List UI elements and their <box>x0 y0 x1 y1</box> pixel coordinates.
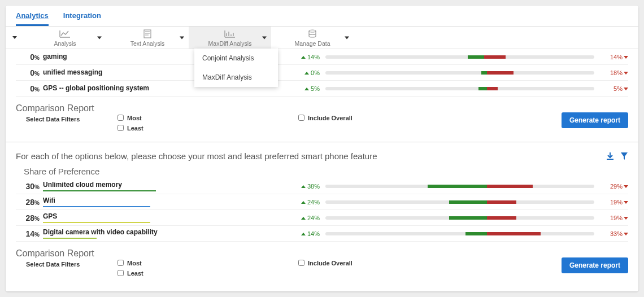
green-change: 14% <box>286 54 320 60</box>
generate-report-button[interactable]: Generate report <box>562 257 628 273</box>
red-change: 14% <box>600 54 628 60</box>
tab-integration[interactable]: Integration <box>63 8 101 26</box>
bar-chart <box>320 55 600 59</box>
tool-label: Text Analysis <box>130 40 165 47</box>
tool-manage-data[interactable]: Manage Data <box>271 27 354 49</box>
green-change: 38% <box>286 183 320 190</box>
item-name: Wifi <box>43 196 55 206</box>
table-row: 28%Wifi24%19% <box>16 194 628 210</box>
checkbox-most[interactable]: Most <box>118 260 298 267</box>
green-change: 0% <box>286 69 320 76</box>
item-name: unified messaging <box>43 68 102 77</box>
select-filters-label: Select Data Filters <box>16 261 118 268</box>
svg-rect-2 <box>607 159 613 160</box>
percentage: 0% <box>16 53 43 62</box>
toolbar-caret-left[interactable] <box>6 27 24 49</box>
document-icon <box>141 29 154 39</box>
bar-chart <box>320 232 600 235</box>
bar-chart <box>320 87 600 90</box>
red-change: 19% <box>600 199 628 206</box>
comparison-report-title: Comparison Report <box>16 248 118 259</box>
red-change: 18% <box>600 69 628 76</box>
table-row: 28%GPS24%19% <box>16 210 628 226</box>
svg-point-1 <box>309 30 316 32</box>
red-change: 29% <box>600 183 628 190</box>
percentage: 0% <box>16 84 43 93</box>
database-icon <box>306 29 319 39</box>
tool-maxdiff[interactable]: MaxDiff Analysis <box>189 27 271 49</box>
chart-line-icon <box>58 29 72 39</box>
checkbox-most[interactable]: Most <box>118 115 298 121</box>
bar-chart <box>320 200 600 204</box>
item-name: Unlimited cloud memory <box>43 181 122 190</box>
bar-chart <box>320 216 600 220</box>
percentage: 28% <box>16 198 43 207</box>
dropdown-maxdiff[interactable]: MaxDiff Analysis <box>194 68 278 87</box>
green-change: 24% <box>286 199 320 206</box>
item-name: Digital camera with video capability <box>43 228 158 237</box>
green-change: 14% <box>286 230 320 237</box>
bar-chart <box>320 185 600 188</box>
tool-label: Manage Data <box>294 40 330 47</box>
tab-analytics[interactable]: Analytics <box>16 8 49 26</box>
checkbox-include-overall[interactable]: Include Overall <box>298 260 353 267</box>
red-change: 5% <box>600 85 628 92</box>
item-name: gaming <box>43 53 67 62</box>
green-change: 24% <box>286 215 320 221</box>
tool-label: Analysis <box>54 40 76 47</box>
table-row: 14%Digital camera with video capability1… <box>16 226 628 242</box>
filter-icon[interactable] <box>620 152 628 161</box>
green-change: 5% <box>286 85 320 92</box>
svg-rect-0 <box>144 30 151 38</box>
table-row: 30%Unlimited cloud memory38%29% <box>16 178 628 194</box>
table-row: 0%gaming14%14% <box>16 49 628 65</box>
table-row: 0%unified messaging0%18% <box>16 65 628 81</box>
question-title: For each of the options below, please ch… <box>16 151 606 161</box>
item-name: GPS -- global positioning system <box>43 84 149 93</box>
bar-chart-icon <box>223 29 237 39</box>
tool-label: MaxDiff Analysis <box>208 40 252 47</box>
tool-text-analysis[interactable]: Text Analysis <box>106 27 189 49</box>
table-row: 0%GPS -- global positioning system5%5% <box>16 81 628 97</box>
percentage: 28% <box>16 213 43 222</box>
percentage: 30% <box>16 182 43 191</box>
checkbox-include-overall[interactable]: Include Overall <box>298 115 353 121</box>
tool-analysis[interactable]: Analysis <box>24 27 106 49</box>
red-change: 33% <box>600 230 628 237</box>
bar-chart <box>320 71 600 75</box>
select-filters-label: Select Data Filters <box>16 116 118 123</box>
checkbox-least[interactable]: Least <box>118 125 298 132</box>
item-name: GPS <box>43 212 57 221</box>
maxdiff-dropdown: Conjoint Analysis MaxDiff Analysis <box>194 49 278 87</box>
percentage: 14% <box>16 229 43 238</box>
share-of-preference-title: Share of Preference <box>16 161 628 178</box>
percentage: 0% <box>16 68 43 77</box>
download-icon[interactable] <box>606 152 615 161</box>
dropdown-conjoint[interactable]: Conjoint Analysis <box>194 49 278 68</box>
generate-report-button[interactable]: Generate report <box>562 112 628 128</box>
comparison-report-title: Comparison Report <box>16 103 118 113</box>
red-change: 19% <box>600 215 628 221</box>
checkbox-least[interactable]: Least <box>118 270 298 277</box>
